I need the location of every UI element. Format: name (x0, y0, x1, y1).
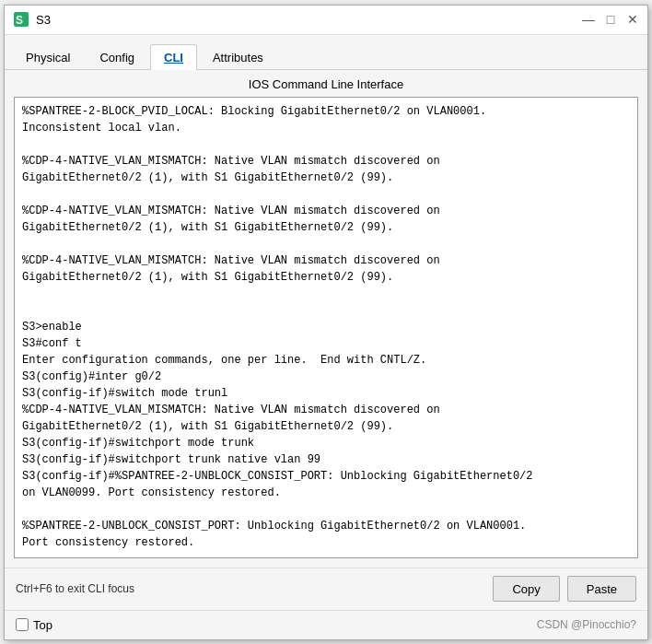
copy-button[interactable]: Copy (493, 576, 559, 602)
minimize-button[interactable]: — (581, 12, 596, 27)
watermark: CSDN @Pinocchio? (537, 618, 636, 631)
tab-config[interactable]: Config (86, 44, 148, 70)
title-left: S S3 (12, 10, 51, 29)
top-label: Top (33, 618, 52, 632)
close-button[interactable]: ✕ (625, 12, 640, 27)
cli-container[interactable]: %SPANTREE-2-BLOCK_PVID_LOCAL: Blocking G… (14, 97, 638, 558)
cli-output[interactable]: %SPANTREE-2-BLOCK_PVID_LOCAL: Blocking G… (15, 98, 637, 557)
exit-hint: Ctrl+F6 to exit CLI focus (16, 582, 134, 595)
maximize-button[interactable]: □ (603, 12, 618, 27)
tab-cli[interactable]: CLI (150, 44, 197, 70)
window-title: S3 (36, 13, 51, 27)
section-title: IOS Command Line Interface (5, 70, 647, 97)
status-bar: Top CSDN @Pinocchio? (5, 610, 647, 639)
tab-bar: Physical Config CLI Attributes (5, 35, 647, 70)
main-window: S S3 — □ ✕ Physical Config CLI Attribute… (4, 5, 648, 640)
title-bar: S S3 — □ ✕ (5, 6, 647, 35)
content-area: IOS Command Line Interface %SPANTREE-2-B… (5, 70, 647, 568)
paste-button[interactable]: Paste (567, 576, 636, 602)
app-icon: S (12, 10, 30, 29)
tab-attributes[interactable]: Attributes (199, 44, 277, 70)
top-checkbox-label[interactable]: Top (16, 618, 52, 632)
bottom-bar: Ctrl+F6 to exit CLI focus Copy Paste (5, 568, 647, 610)
svg-text:S: S (16, 14, 23, 27)
tab-physical[interactable]: Physical (12, 44, 84, 70)
top-checkbox[interactable] (16, 618, 29, 631)
title-controls: — □ ✕ (581, 12, 640, 27)
button-group: Copy Paste (493, 576, 636, 602)
